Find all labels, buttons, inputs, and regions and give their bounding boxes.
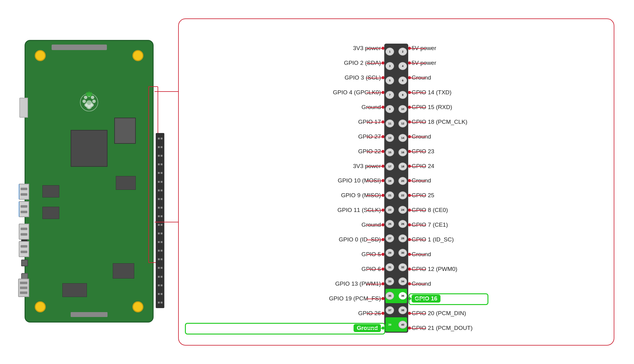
line-left-pin-3 [366, 63, 382, 64]
pin-num-37: 37 [385, 306, 394, 314]
pin-num-row-23-24: 23 24 [385, 202, 407, 217]
pin-num-23: 23 [385, 206, 394, 214]
small-chip-3 [116, 176, 136, 190]
pin-num-row-21-22: 21 22 [385, 188, 407, 203]
pin-num-row-39-40: 39 40 [385, 317, 407, 332]
sd-slot [19, 98, 28, 118]
pin-num-row-37-38: 37 38 [385, 303, 407, 318]
pin-num-5: 5 [385, 76, 394, 84]
pin-num-29: 29 [385, 249, 394, 257]
line-left-pin-1 [366, 48, 382, 49]
pin-num-16: 16 [398, 148, 407, 156]
small-chip-2 [42, 207, 59, 219]
pin-num-1: 1 [385, 48, 394, 56]
pin-num-15: 15 [385, 148, 394, 156]
line-right-pin-34 [411, 284, 426, 284]
pin-num-3: 3 [385, 62, 394, 70]
pin-num-19: 19 [385, 177, 394, 185]
line-right-pin-32 [411, 269, 426, 270]
svg-point-9 [86, 100, 92, 109]
pin-num-31: 31 [385, 263, 394, 271]
line-right-pin-20 [411, 181, 426, 181]
pin-num-row-5-6: 5 6 [385, 73, 407, 88]
line-left-pin-9 [366, 107, 382, 108]
pin-num-row-19-20: 19 20 [385, 174, 407, 188]
line-right-pin-10 [411, 107, 426, 108]
pin-num-32: 32 [398, 263, 407, 271]
pin-num-18: 18 [398, 162, 407, 170]
pin-num-35: 35 [385, 292, 394, 300]
line-right-pin-4 [411, 63, 426, 64]
usb2-group [19, 224, 29, 257]
pin-num-row-7-8: 7 8 [385, 88, 407, 102]
pin-num-row-35-36: 35 36 [385, 289, 407, 303]
line-right-pin-38 [411, 313, 426, 314]
pin-num-22: 22 [398, 191, 407, 199]
csi-connector [52, 45, 107, 50]
line-left-pin-15 [366, 151, 382, 152]
line-right-pin-36 [411, 299, 426, 299]
pin-num-34: 34 [398, 277, 407, 285]
line-right-pin-14 [411, 137, 426, 137]
line-left-pin-7 [366, 92, 382, 93]
pin-num-11: 11 [385, 119, 394, 127]
pin-num-14: 14 [398, 134, 407, 142]
pin-num-27: 27 [385, 234, 394, 242]
line-right-pin-40 [411, 328, 426, 329]
gpio-header-board: // render pin dots for(let i=0;i<20;i++)… [156, 133, 164, 308]
pin-num-row-11-12: 11 12 [385, 116, 407, 131]
cpu-chip [71, 130, 108, 167]
ethernet-port [18, 279, 29, 297]
pin-num-row-27-28: 27 28 [385, 231, 407, 246]
pin-num-13: 13 [385, 134, 394, 142]
center-header: 1 2 3 4 5 6 7 8 9 10 11 12 13 14 15 16 1… [384, 44, 408, 333]
pin-num-row-29-30: 29 30 [385, 246, 407, 260]
pin-num-2: 2 [398, 48, 407, 56]
gpio-panel: 1 2 3 4 5 6 7 8 9 10 11 12 13 14 15 16 1… [178, 18, 614, 346]
line-left-pin-19 [366, 181, 382, 181]
rpi-logo [77, 90, 101, 115]
pin-num-row-13-14: 13 14 [385, 131, 407, 145]
pin-num-12: 12 [398, 119, 407, 127]
line-right-pin-18 [411, 166, 426, 167]
pin-num-26: 26 [398, 220, 407, 228]
line-right-pin-6 [411, 78, 426, 78]
line-left-pin-37 [366, 313, 382, 314]
pin-num-10: 10 [398, 105, 407, 113]
mount-hole-bl [35, 301, 46, 312]
svg-point-2 [91, 96, 94, 99]
line-left-pin-25 [366, 225, 382, 225]
pin-num-21: 21 [385, 191, 394, 199]
mount-hole-tr [132, 50, 143, 61]
pin-num-row-25-26: 25 26 [385, 217, 407, 231]
line-left-pin-39 [366, 328, 382, 329]
line-left-pin-29 [366, 254, 382, 255]
pin-num-36: 36 [398, 292, 407, 300]
fpc-connector [71, 312, 108, 317]
line-right-pin-30 [411, 254, 426, 255]
line-right-pin-24 [411, 210, 426, 211]
line-right-pin-28 [411, 240, 426, 240]
mount-hole-br [132, 301, 143, 312]
svg-point-7 [82, 100, 86, 103]
pin-num-row-1-2: 1 2 [385, 45, 407, 59]
line-left-pin-21 [366, 195, 382, 196]
svg-point-12 [88, 92, 90, 96]
svg-point-3 [92, 100, 96, 103]
line-left-pin-5 [366, 78, 382, 78]
small-chip-1 [42, 185, 59, 198]
mount-hole-tl [35, 50, 46, 61]
pin-num-33: 33 [385, 277, 394, 285]
svg-point-8 [84, 96, 87, 99]
line-left-pin-31 [366, 269, 382, 270]
line-left-pin-35 [366, 299, 382, 299]
line-right-pin-26 [411, 225, 426, 225]
small-chip-5 [62, 283, 87, 297]
pin-num-25: 25 [385, 220, 394, 228]
pin-num-row-17-18: 17 18 [385, 159, 407, 174]
usb3-group [19, 184, 29, 217]
line-left-pin-33 [366, 284, 382, 284]
pin-num-row-15-16: 15 16 [385, 145, 407, 159]
line-right-pin-22 [411, 195, 426, 196]
board-body: // render pin dots for(let i=0;i<20;i++)… [25, 40, 154, 323]
